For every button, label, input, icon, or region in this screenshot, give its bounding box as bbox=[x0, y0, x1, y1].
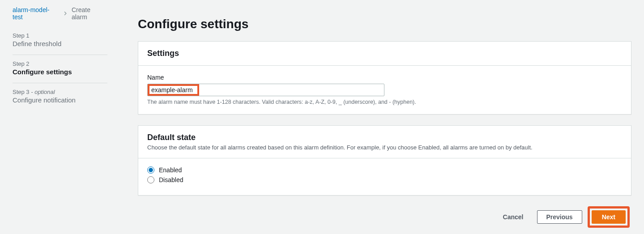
default-state-description: Choose the default state for all alarms … bbox=[147, 144, 622, 151]
name-field-hint: The alarm name must have 1-128 character… bbox=[147, 99, 622, 105]
radio-disabled-label: Disabled bbox=[159, 176, 183, 183]
page-title: Configure settings bbox=[138, 17, 631, 31]
previous-button[interactable]: Previous bbox=[537, 210, 582, 224]
wizard-step-3[interactable]: Step 3 - optional Configure notification bbox=[13, 83, 107, 111]
radio-option-enabled[interactable]: Enabled bbox=[147, 166, 622, 174]
breadcrumb: alarm-model-test Create alarm bbox=[13, 6, 107, 21]
radio-option-disabled[interactable]: Disabled bbox=[147, 176, 622, 183]
radio-disabled[interactable] bbox=[147, 176, 154, 183]
radio-enabled-label: Enabled bbox=[159, 166, 182, 174]
settings-panel: Settings Name The alarm name must have 1… bbox=[138, 41, 631, 115]
step-number-text: Step 3 bbox=[13, 89, 30, 95]
default-state-panel: Default state Choose the default state f… bbox=[138, 125, 631, 196]
radio-enabled[interactable] bbox=[147, 166, 154, 174]
breadcrumb-parent-link[interactable]: alarm-model-test bbox=[13, 6, 59, 21]
chevron-right-icon bbox=[63, 11, 68, 16]
step-number: Step 1 bbox=[13, 32, 107, 39]
step-number: Step 3 - optional bbox=[13, 89, 107, 95]
step-number: Step 2 bbox=[13, 60, 107, 67]
wizard-step-2[interactable]: Step 2 Configure settings bbox=[13, 55, 107, 83]
step-title: Configure notification bbox=[13, 96, 107, 104]
alarm-name-input[interactable] bbox=[147, 84, 384, 96]
highlight-annotation: Next bbox=[588, 206, 630, 228]
next-button[interactable]: Next bbox=[592, 210, 626, 224]
default-state-title: Default state bbox=[147, 133, 622, 142]
step-optional-suffix: - optional bbox=[30, 89, 55, 95]
settings-panel-title: Settings bbox=[147, 49, 622, 58]
name-field-label: Name bbox=[147, 74, 622, 81]
breadcrumb-current: Create alarm bbox=[72, 6, 107, 21]
step-title: Configure settings bbox=[13, 68, 107, 76]
cancel-button[interactable]: Cancel bbox=[495, 211, 532, 223]
wizard-actions: Cancel Previous Next bbox=[138, 206, 631, 228]
step-title: Define threshold bbox=[13, 40, 107, 47]
wizard-step-1[interactable]: Step 1 Define threshold bbox=[13, 30, 107, 55]
